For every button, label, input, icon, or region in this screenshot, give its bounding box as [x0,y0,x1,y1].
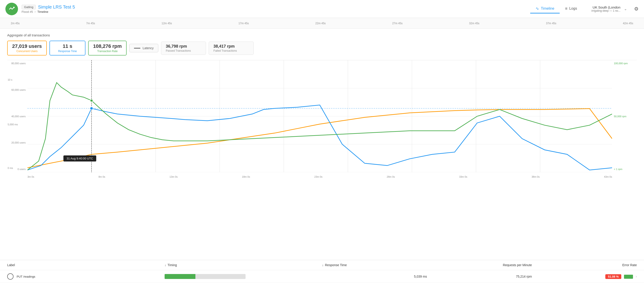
chart-container[interactable]: 80,000 users 60,000 users 40,000 users 2… [7,60,637,181]
y-right-label-2: < 1 rpm [612,168,637,170]
tick-6: 32m 45s [469,22,480,25]
svg-point-17 [90,99,93,102]
y-right-label-1: 50,000 rpm [612,115,637,118]
txrate-label: Transaction Rate [93,50,122,53]
y-label-1: 60,000 users [7,88,28,91]
settings-icon[interactable]: ⚙ [634,6,638,12]
logs-icon: ≡ [565,6,568,11]
header-region: UK South (London irrigating-deep — 1 no.… [592,5,638,12]
y-right-label-0: 100,000 rpm [612,62,637,65]
time-label-3: 18m 0s [242,175,250,178]
stat-response-time[interactable]: 11 s Response Time [50,41,86,55]
txrate-value: 108,276 rpm [93,43,122,49]
concurrent-label: Concurrent Users [12,50,42,53]
nav-timeline[interactable]: ∿ Timeline [530,4,560,13]
td-timing [164,274,322,279]
th-label: Label [7,263,164,267]
time-label-7: 38m 0s [532,175,540,178]
time-label-2: 13m 0s [170,175,178,178]
header-nav: ∿ Timeline ≡ Logs [530,4,582,13]
gatling-badge: Gatling [22,5,36,9]
stat-passed[interactable]: 36,798 rpm Passed Transactions [161,41,206,55]
breadcrumb-parent[interactable]: Flood #5 [22,10,33,13]
th-rpm: Requests per Minute [427,263,532,267]
th-response[interactable]: ↓ Response Time [322,263,427,267]
td-error: 51.08 % › [532,274,637,279]
timing-bar-failed [196,274,246,279]
stat-transaction-rate[interactable]: 108,276 rpm Transaction Rate [88,41,126,55]
tick-2: 12m 45s [162,22,172,25]
th-timing[interactable]: ↓ Timing [164,263,322,267]
breadcrumb: Flood #5 > Timeline [22,10,75,13]
y-label-2: 40,000 users [7,115,28,118]
y-time-0ms: 0 ms [8,167,13,169]
passed-label: Passed Transactions [166,49,201,52]
timeline-bar: 2m 45s 7m 45s 12m 45s 17m 45s 22m 45s 27… [0,18,644,29]
time-label-5: 28m 0s [387,175,395,178]
chart-y-labels-left: 80,000 users 60,000 users 40,000 users 2… [7,60,28,172]
row-status-icon [7,273,14,280]
table-row[interactable]: PUT /readings 5,039 ms 75,214 rpm 51.08 … [0,270,644,283]
test-name: Simple LRS Test 5 [38,4,75,10]
stat-concurrent-users[interactable]: 27,019 users Concurrent Users [7,41,47,55]
chart-y-labels-right: 100,000 rpm 50,000 rpm < 1 rpm [612,60,637,172]
breadcrumb-separator: > [34,10,36,13]
chart-inner[interactable]: 11 s 31 Aug 9:40:00 UTC [28,60,612,172]
th-error: Error Rate [532,263,637,267]
error-badge: 51.08 % [605,274,622,279]
y-time-5000ms: 5,000 ms [8,123,18,126]
timing-bar-passed [164,274,196,279]
breadcrumb-current: Timeline [37,10,48,13]
nav-logs[interactable]: ≡ Logs [560,4,582,13]
bottom-table: Label ↓ Timing ↓ Response Time Requests … [0,260,644,283]
svg-point-16 [90,107,93,110]
stat-latency[interactable]: Latency [129,44,158,52]
tick-5: 27m 45s [392,22,402,25]
row-expand-icon[interactable]: › [636,275,637,278]
svg-point-0 [13,7,14,8]
latency-line-icon [134,48,140,48]
nav-timeline-label: Timeline [541,6,554,10]
tick-1: 7m 45s [86,22,95,25]
th-response-label: Response Time [325,263,347,267]
chevron-down-icon[interactable]: ⌄ [624,7,627,11]
failed-label: Failed Transactions [214,49,249,52]
timeline-icon: ∿ [536,6,539,11]
timeline-ticks: 2m 45s 7m 45s 12m 45s 17m 45s 22m 45s 27… [11,22,633,25]
td-response: 5,039 ms [322,275,427,278]
tick-3: 17m 45s [238,22,249,25]
stat-failed[interactable]: 38,417 rpm Failed Transactions [209,41,254,55]
error-bar-icon [624,275,633,279]
main-content: Aggregate of all transactions 27,019 use… [0,29,644,181]
th-timing-label: Timing [168,263,177,267]
time-label-0: 3m 0s [28,175,34,178]
row-label: PUT /readings [17,275,35,278]
y-time-10s: 10 s [8,78,12,81]
region-sub: irrigating-deep — 1 no... [592,9,620,12]
td-rpm: 75,214 rpm [427,275,532,278]
concurrent-value: 27,019 users [12,43,42,49]
region-info: UK South (London irrigating-deep — 1 no.… [592,5,620,12]
y-label-0: 80,000 users [7,62,28,65]
tick-8: 42m 45s [623,22,633,25]
time-label-8: 43m 0s [604,175,612,178]
timing-bar [164,274,246,279]
time-label-4: 23m 0s [314,175,322,178]
passed-value: 36,798 rpm [166,44,201,49]
response-value: 11 s [54,43,80,49]
response-sort-icon: ↓ [322,263,324,267]
latency-label: Latency [142,46,154,50]
logo [6,3,18,15]
failed-value: 38,417 rpm [214,44,249,49]
time-label-6: 33m 0s [459,175,467,178]
region-name: UK South (London [592,5,620,9]
nav-logs-label: Logs [569,6,577,10]
tick-4: 22m 45s [315,22,326,25]
chart-tooltip: 31 Aug 9:40:00 UTC [64,155,96,162]
td-label: PUT /readings [7,273,164,280]
table-header: Label ↓ Timing ↓ Response Time Requests … [0,260,644,270]
tick-7: 37m 45s [546,22,556,25]
chart-svg: 11 s [28,60,612,172]
header: Gatling Simple LRS Test 5 Flood #5 > Tim… [0,0,644,18]
time-label-1: 8m 0s [98,175,105,178]
